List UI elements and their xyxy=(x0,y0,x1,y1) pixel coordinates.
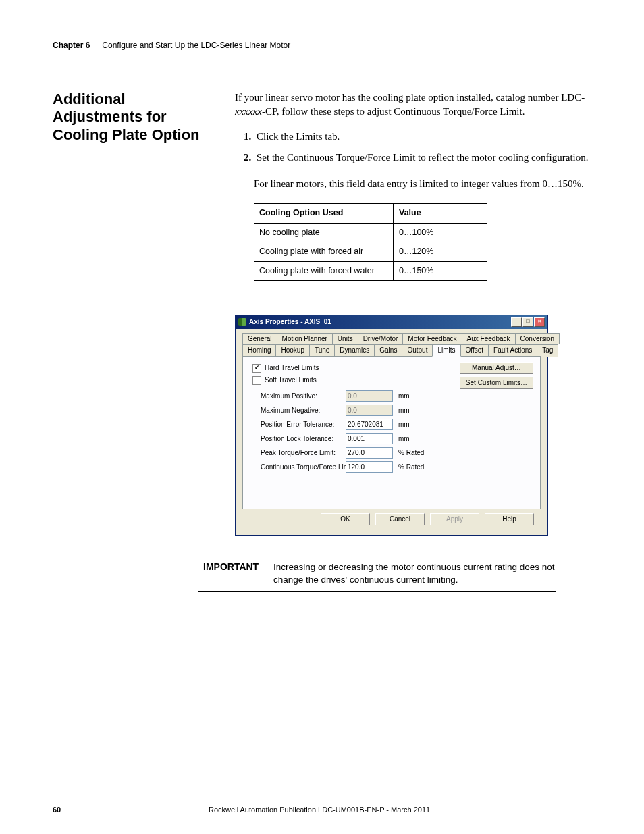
cooling-table: Cooling Option Used Value No cooling pla… xyxy=(254,203,487,281)
publication-info: Rockwell Automation Publication LDC-UM00… xyxy=(61,806,578,814)
field-label: Peak Torque/Force Limit: xyxy=(261,448,340,458)
help-button[interactable]: Help xyxy=(485,513,534,525)
table-cell: Cooling plate with forced air xyxy=(254,242,394,262)
tab-tune[interactable]: Tune xyxy=(309,344,335,357)
table-cell: No cooling plate xyxy=(254,223,394,242)
important-label: IMPORTANT xyxy=(198,561,273,587)
chapter-label: Chapter 6 xyxy=(53,41,90,50)
section-heading: Additional Adjustments for Cooling Plate… xyxy=(53,90,208,144)
field-label: Maximum Negative: xyxy=(261,406,340,415)
field-unit: % Rated xyxy=(398,448,435,458)
intro-text-2: -CP, follow these steps to adjust Contin… xyxy=(262,106,525,117)
tab-hookup[interactable]: Hookup xyxy=(275,344,309,357)
note-paragraph: For linear motors, this field data entry… xyxy=(254,177,591,191)
field-label: Continuous Torque/Force Limit: xyxy=(261,463,340,472)
tab-fault-actions[interactable]: Fault Actions xyxy=(488,344,537,357)
field-label: Maximum Positive: xyxy=(261,392,340,401)
tab-general[interactable]: General xyxy=(242,333,277,344)
intro-text-1: If your linear servo motor has the cooli… xyxy=(235,92,585,103)
col-header-value: Value xyxy=(394,204,487,224)
tab-offset[interactable]: Offset xyxy=(460,344,489,357)
field-unit: mm xyxy=(398,406,435,415)
field-label: Position Error Tolerance: xyxy=(261,420,340,429)
field-unit: mm xyxy=(398,434,435,444)
checkbox-icon[interactable] xyxy=(252,364,261,373)
maximum-negative-input xyxy=(346,405,393,416)
dialog-titlebar[interactable]: Axis Properties - AXIS_01 _ □ × xyxy=(236,315,547,329)
field-label: Position Lock Tolerance: xyxy=(261,434,340,444)
table-cell: 0…150% xyxy=(394,261,487,281)
continuous-torque-force-limit-input[interactable] xyxy=(346,461,393,473)
tab-strip: GeneralMotion PlannerUnitsDrive/MotorMot… xyxy=(242,333,541,357)
checkbox-label: Soft Travel Limits xyxy=(265,375,317,385)
set-custom-limits-button[interactable]: Set Custom Limits… xyxy=(460,377,533,389)
tab-homing[interactable]: Homing xyxy=(242,344,276,357)
running-header: Chapter 6 Configure and Start Up the LDC… xyxy=(53,41,591,50)
ok-button[interactable]: OK xyxy=(321,513,370,525)
minimize-button[interactable]: _ xyxy=(511,317,522,327)
close-button[interactable]: × xyxy=(534,317,545,327)
table-cell: Cooling plate with forced water xyxy=(254,261,394,281)
apply-button: Apply xyxy=(430,513,479,525)
field-unit: mm xyxy=(398,420,435,429)
intro-italic: xxxxxx xyxy=(235,106,262,117)
chapter-title: Configure and Start Up the LDC-Series Li… xyxy=(102,41,290,50)
maximize-button[interactable]: □ xyxy=(522,317,533,327)
cancel-button[interactable]: Cancel xyxy=(375,513,425,525)
field-unit: % Rated xyxy=(398,463,435,472)
important-text: Increasing or decreasing the motor conti… xyxy=(273,561,556,587)
tab-aux-feedback[interactable]: Aux Feedback xyxy=(462,333,516,344)
table-cell: 0…100% xyxy=(394,223,487,242)
limits-tab-panel: Manual Adjust…Set Custom Limits… Hard Tr… xyxy=(242,356,541,509)
peak-torque-force-limit-input[interactable] xyxy=(346,447,393,459)
step-1: Click the Limits tab. xyxy=(254,130,591,144)
tab-units[interactable]: Units xyxy=(332,333,358,344)
intro-paragraph: If your linear servo motor has the cooli… xyxy=(235,90,591,119)
table-cell: 0…120% xyxy=(394,242,487,262)
tab-limits[interactable]: Limits xyxy=(432,344,460,357)
tab-tag[interactable]: Tag xyxy=(537,344,558,357)
position-error-tolerance-input[interactable] xyxy=(346,419,393,430)
checkbox-icon[interactable] xyxy=(252,376,261,385)
maximum-positive-input xyxy=(346,390,393,402)
tab-motor-feedback[interactable]: Motor Feedback xyxy=(402,333,462,344)
tab-conversion[interactable]: Conversion xyxy=(515,333,560,344)
dialog-title: Axis Properties - AXIS_01 xyxy=(249,317,331,327)
col-header-option: Cooling Option Used xyxy=(254,204,394,224)
axis-properties-dialog: Axis Properties - AXIS_01 _ □ × GeneralM… xyxy=(235,315,548,536)
table-row: No cooling plate0…100% xyxy=(254,223,487,242)
step-list: Click the Limits tab. Set the Continuous… xyxy=(235,130,591,165)
field-unit: mm xyxy=(398,392,435,401)
checkbox-label: Hard Travel Limits xyxy=(265,363,319,373)
tab-dynamics[interactable]: Dynamics xyxy=(334,344,375,357)
page-number: 60 xyxy=(53,806,61,814)
step-2: Set the Continuous Torque/Force Limit to… xyxy=(254,151,591,165)
table-row: Cooling plate with forced water0…150% xyxy=(254,261,487,281)
tab-gains[interactable]: Gains xyxy=(374,344,402,357)
table-row: Cooling plate with forced air0…120% xyxy=(254,242,487,262)
position-lock-tolerance-input[interactable] xyxy=(346,433,393,444)
tab-drive-motor[interactable]: Drive/Motor xyxy=(358,333,404,344)
app-icon xyxy=(238,318,246,326)
page-footer: 60 Rockwell Automation Publication LDC-U… xyxy=(53,806,591,814)
tab-motion-planner[interactable]: Motion Planner xyxy=(277,333,333,344)
manual-adjust-button[interactable]: Manual Adjust… xyxy=(460,362,533,374)
important-box: IMPORTANT Increasing or decreasing the m… xyxy=(198,556,556,592)
tab-output[interactable]: Output xyxy=(402,344,433,357)
